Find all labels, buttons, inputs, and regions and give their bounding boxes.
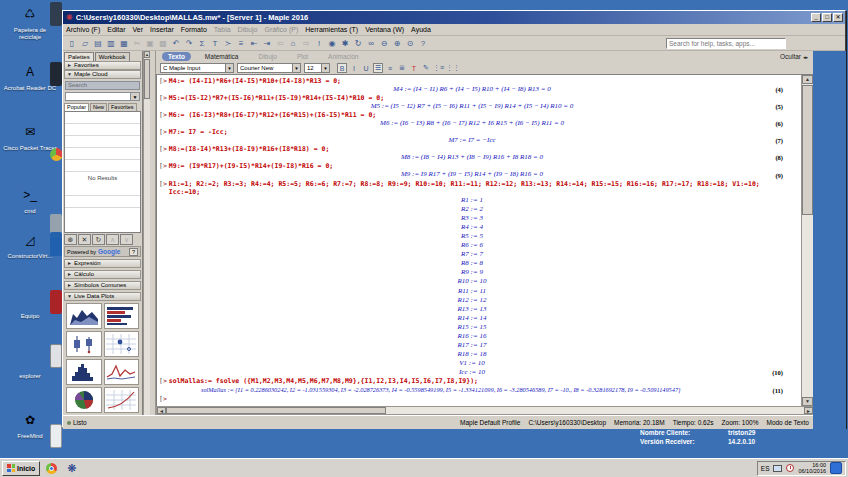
menu-item[interactable]: Tabla — [214, 26, 231, 33]
histogram-tile[interactable] — [66, 359, 102, 385]
toolbar-button[interactable]: T — [209, 37, 221, 49]
context-tab[interactable]: Texto — [162, 52, 191, 61]
toolbar-button[interactable]: ⇦ — [274, 37, 286, 49]
live-data-plots-section[interactable]: ▼ Live Data Plots — [64, 292, 141, 301]
toolbar-button[interactable]: ↶ — [170, 37, 182, 49]
input-row[interactable]: [ > M8:=(I8-I4)*R13+(I8-I9)*R16+(I8*R18)… — [159, 145, 785, 153]
font-combo[interactable]: Courier New ▼ — [237, 63, 301, 73]
scroll-down-icon[interactable]: ▼ — [802, 397, 813, 406]
toolbar-button[interactable]: ≡ — [235, 37, 247, 49]
partial-desktop-icon[interactable] — [50, 290, 62, 314]
box-plot-tile[interactable] — [66, 331, 102, 357]
worksheet-hscrollbar[interactable]: ◄ ► — [156, 406, 814, 415]
context-tab[interactable]: Matemática — [199, 52, 245, 61]
list-item[interactable] — [65, 124, 140, 136]
partial-desktop-icon[interactable] — [50, 344, 62, 368]
cloud-action-button[interactable]: ✕ — [78, 234, 91, 245]
cloud-filter-combo[interactable]: ▼ — [65, 92, 140, 101]
dropdown-icon[interactable]: ▼ — [292, 64, 300, 72]
format-button[interactable]: ☰ — [373, 63, 383, 73]
menu-item[interactable]: Herramientas (T) — [305, 26, 358, 33]
maple-input[interactable]: M9:= (I9*R17)+(I9-I5)*R14+(I9-I8)*R16 = … — [169, 162, 333, 170]
panel-tab[interactable]: Workbook — [95, 52, 130, 61]
desktop-icon[interactable]: ✉ Cisco Packet Tracer — [2, 120, 58, 152]
paragraph-style-combo[interactable]: C Maple Input ▼ — [160, 63, 234, 73]
format-button[interactable]: ≡ — [385, 63, 395, 73]
scatter-plot-tile[interactable] — [104, 331, 140, 357]
pie-chart-tile[interactable] — [66, 387, 102, 413]
cloud-action-button[interactable]: ∨ — [120, 234, 133, 245]
context-tab[interactable]: Plot — [291, 52, 314, 61]
scroll-left-icon[interactable]: ◄ — [157, 407, 166, 414]
toolbar-button[interactable]: ≻ — [222, 37, 234, 49]
palette-section[interactable]: ► Expresión — [64, 259, 141, 268]
cloud-tab[interactable]: New — [90, 103, 107, 111]
toolbar-button[interactable]: ⇤ — [248, 37, 260, 49]
format-button[interactable]: U — [361, 63, 371, 73]
menu-item[interactable]: Archivo (F) — [66, 26, 100, 33]
input-row[interactable]: [ > M7:= I7 = -Icc; — [159, 128, 785, 136]
execution-group[interactable]: [ > M8:=(I8-I4)*R13+(I8-I9)*R16+(I8*R18)… — [159, 145, 785, 162]
favorites-section[interactable]: ► Favorites — [64, 61, 141, 70]
toolbar-button[interactable]: ✱ — [339, 37, 351, 49]
toolbar-button[interactable]: ◉ — [326, 37, 338, 49]
cloud-action-button[interactable]: ↻ — [92, 234, 105, 245]
toolbar-button[interactable]: ⊕ — [391, 37, 403, 49]
execution-group[interactable]: [ > — [159, 395, 785, 403]
execution-group[interactable]: [ > M4:= (I4-I1)*R6+(I4-I5)*R10+(I4-I8)*… — [159, 77, 785, 94]
format-button[interactable]: ⋮⋮ — [446, 63, 460, 73]
dropdown-icon[interactable]: ▼ — [321, 64, 329, 72]
cloud-tab[interactable]: Favorites — [108, 103, 137, 111]
menu-item[interactable]: Formato — [181, 26, 207, 33]
list-item[interactable] — [65, 160, 140, 172]
menu-item[interactable]: Gráfico (P) — [264, 26, 298, 33]
window-control-button[interactable]: □ — [822, 13, 832, 22]
line-chart-tile[interactable] — [104, 359, 140, 385]
scroll-right-icon[interactable]: ► — [804, 407, 813, 414]
hide-toolbar-button[interactable]: Ocultar ◂▸ — [780, 53, 808, 60]
menu-item[interactable]: Ventana (W) — [365, 26, 404, 33]
font-size-combo[interactable]: 12 ▼ — [304, 63, 330, 73]
toolbar-button[interactable]: ▥ — [105, 37, 117, 49]
format-button[interactable]: ✎ — [421, 63, 431, 73]
menu-item[interactable]: Dibujo — [238, 26, 258, 33]
context-tab[interactable]: Dibujo — [252, 52, 282, 61]
maple-input[interactable]: solMallas:= fsolve ({M1,M2,M3,M4,M5,M6,M… — [169, 377, 478, 385]
window-control-button[interactable]: ✕ — [833, 13, 843, 22]
partial-desktop-icon[interactable] — [50, 2, 62, 26]
execution-group[interactable]: [ > M7:= I7 = -Icc; M7 := I7 = −Icc (7) — [159, 128, 785, 145]
display-tray-icon[interactable] — [773, 465, 782, 472]
list-item[interactable] — [65, 184, 140, 196]
scrollbar-thumb[interactable] — [802, 85, 813, 215]
cloud-search-input[interactable]: Search — [65, 81, 140, 90]
toolbar-button[interactable]: ⇨ — [300, 37, 312, 49]
chrome-quicklaunch[interactable] — [43, 461, 60, 476]
execution-group[interactable]: [ > solMallas:= fsolve ({M1,M2,M3,M4,M5,… — [159, 377, 785, 394]
palette-section[interactable]: ► Símbolos Comunes — [64, 281, 141, 290]
toolbar-button[interactable]: ⇥ — [261, 37, 273, 49]
input-row[interactable]: [ > M5:=(I5-I2)*R7+(I5-I6)*R11+(I5-I9)*R… — [159, 94, 785, 102]
input-row[interactable]: [ > M4:= (I4-I1)*R6+(I4-I5)*R10+(I4-I8)*… — [159, 77, 785, 85]
bar-chart-tile[interactable] — [104, 303, 140, 329]
list-item[interactable] — [65, 196, 140, 208]
toolbar-button[interactable]: ✂ — [131, 37, 143, 49]
partial-desktop-icon[interactable] — [50, 424, 62, 448]
menu-item[interactable]: Ayuda — [411, 26, 431, 33]
taskbar-clock[interactable]: 16:00 06/10/2016 — [798, 462, 826, 474]
menu-item[interactable]: Ver — [133, 26, 144, 33]
list-item[interactable] — [65, 112, 140, 124]
curve-plot-tile[interactable] — [104, 387, 140, 413]
desktop-icon[interactable]: >_ cmd — [2, 183, 58, 215]
scroll-up-icon[interactable]: ▲ — [802, 75, 813, 84]
toolbar-button[interactable]: ? — [417, 37, 429, 49]
input-row[interactable]: [ > — [159, 395, 785, 403]
toolbar-button[interactable]: ▯ — [66, 37, 78, 49]
context-tab[interactable]: Animación — [322, 52, 364, 61]
help-button[interactable]: ? — [129, 248, 138, 256]
worksheet-canvas[interactable]: [ > M4:= (I4-I1)*R6+(I4-I5)*R10+(I4-I8)*… — [156, 74, 814, 406]
toolbar-button[interactable]: Σ — [196, 37, 208, 49]
input-row[interactable]: [ > M9:= (I9*R17)+(I9-I5)*R14+(I9-I8)*R1… — [159, 162, 785, 170]
cloud-tab[interactable]: Popular — [64, 103, 89, 111]
format-button[interactable]: ≣ — [397, 63, 407, 73]
execution-group[interactable]: [ > M6:= (I6-I3)*R8+(I6-I7)*R12+(I6*R15)… — [159, 111, 785, 128]
